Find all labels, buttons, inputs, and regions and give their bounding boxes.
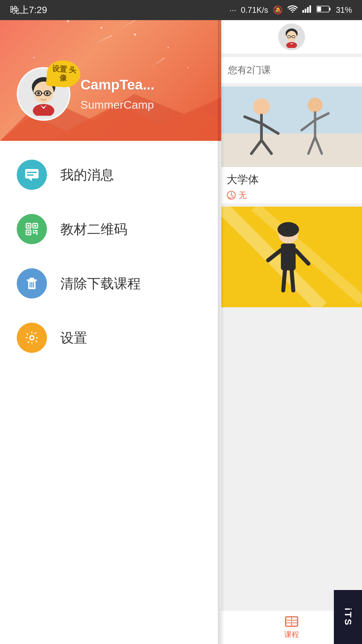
svg-rect-22	[27, 172, 37, 173]
svg-point-18	[33, 104, 54, 116]
svg-point-43	[31, 336, 33, 339]
course-info-1: 大学体 无	[221, 167, 362, 203]
svg-point-49	[286, 42, 297, 48]
network-speed: 0.71K/s	[241, 5, 268, 15]
svg-rect-23	[27, 174, 34, 176]
svg-rect-1	[305, 9, 306, 13]
svg-rect-32	[35, 230, 38, 231]
menu-item-qrcode[interactable]: 教材二维码	[0, 202, 221, 256]
messages-label: 我的消息	[60, 166, 114, 184]
status-icons: ··· 0.71K/s 🔕 31%	[230, 5, 352, 15]
user-section: 设置 头像 CampTea... SummerCamp	[17, 67, 155, 121]
svg-rect-31	[33, 230, 34, 231]
user-camp: SummerCamp	[80, 98, 155, 111]
svg-point-45	[287, 31, 297, 42]
course-card-1-image	[221, 87, 362, 167]
svg-rect-5	[329, 8, 330, 10]
status-bar: 晚上7:29 ··· 0.71K/s 🔕 31%	[0, 0, 362, 20]
user-name: CampTea...	[80, 77, 155, 93]
qrcode-label: 教材二维码	[60, 220, 127, 238]
course-meta-1: 无	[227, 190, 357, 201]
trash-icon	[17, 268, 47, 299]
svg-line-73	[283, 270, 285, 290]
main-avatar	[278, 23, 305, 50]
dots-icon: ···	[230, 5, 236, 15]
svg-marker-24	[28, 178, 32, 181]
svg-point-53	[253, 98, 270, 115]
settings-label: 设置	[60, 329, 87, 347]
svg-rect-2	[307, 7, 309, 13]
svg-rect-52	[221, 133, 362, 167]
clear-label: 清除下载课程	[60, 274, 141, 293]
svg-rect-33	[33, 232, 36, 233]
svg-point-16	[37, 92, 40, 95]
svg-point-17	[46, 92, 49, 95]
svg-rect-34	[36, 232, 38, 235]
wifi-icon	[288, 5, 298, 15]
avatar-bubble-button[interactable]: 设置 头像	[46, 59, 82, 89]
svg-rect-70	[281, 244, 296, 270]
svg-rect-30	[27, 231, 29, 233]
svg-rect-20	[25, 169, 39, 178]
main-top-bar	[221, 20, 362, 54]
drawer-header: 设置 头像 CampTea... SummerCamp	[0, 0, 221, 141]
svg-rect-28	[34, 225, 36, 227]
menu-item-messages[interactable]: 我的消息	[0, 148, 221, 202]
menu-item-clear[interactable]: 清除下载课程	[0, 256, 221, 311]
avatar-wrapper[interactable]: 设置 头像	[17, 67, 70, 121]
svg-line-74	[292, 270, 293, 290]
course-notice-text: 您有2门课	[228, 65, 271, 75]
its-text: iTS	[343, 608, 353, 627]
svg-rect-6	[317, 7, 321, 11]
menu-item-settings[interactable]: 设置	[0, 311, 221, 365]
svg-rect-26	[27, 225, 29, 227]
time-display: 晚上7:29	[10, 4, 47, 16]
drawer-panel: 设置 头像 CampTea... SummerCamp 我的消息	[0, 0, 221, 644]
course-card-1[interactable]: 大学体 无	[221, 87, 362, 203]
main-panel: 您有2门课	[221, 0, 362, 644]
qrcode-icon	[17, 214, 47, 244]
gear-icon	[17, 323, 47, 353]
messages-icon	[17, 160, 47, 190]
battery-icon	[316, 5, 331, 15]
battery-percent: 31%	[336, 5, 352, 15]
mute-icon: 🔕	[273, 5, 283, 15]
course-title-1: 大学体	[227, 172, 357, 187]
course-meta-text-1: 无	[239, 190, 247, 201]
svg-rect-3	[309, 5, 311, 13]
svg-rect-41	[29, 278, 34, 280]
svg-point-59	[308, 98, 322, 112]
its-label: iTS	[334, 590, 362, 644]
bottom-nav-label: 课程	[284, 630, 299, 640]
user-info: CampTea... SummerCamp	[80, 77, 155, 111]
course-card-2[interactable]	[221, 207, 362, 307]
drawer-menu: 我的消息 教材二维码	[0, 141, 221, 644]
svg-rect-0	[302, 10, 304, 13]
avatar-bubble-label: 设置 头像	[49, 64, 78, 84]
status-time: 晚上7:29	[10, 4, 47, 16]
signal-icon	[302, 5, 312, 15]
course-notice: 您有2门课	[221, 57, 362, 83]
